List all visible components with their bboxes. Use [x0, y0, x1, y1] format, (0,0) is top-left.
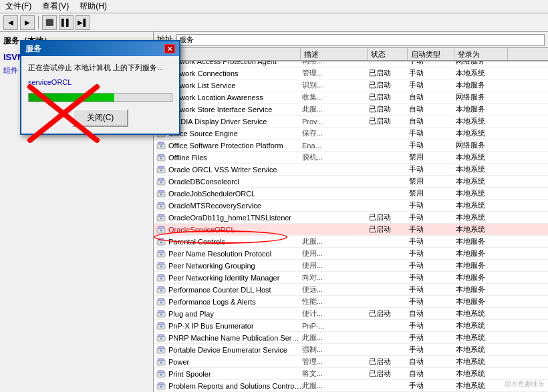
service-name: Performance Counter DLL Host	[168, 286, 302, 294]
service-icon	[156, 188, 166, 199]
table-row[interactable]: PNRP Machine Name Publication Service此服.…	[154, 332, 548, 344]
service-startup: 自动	[409, 104, 456, 114]
table-row[interactable]: Network List Service识别...已启动手动本地服务	[154, 79, 548, 91]
menu-bar: 文件(F) 查看(V) 帮助(H)	[0, 0, 548, 13]
service-desc: 保存...	[302, 128, 369, 138]
col-header-status[interactable]: 状态	[368, 48, 408, 60]
service-startup: 手动	[409, 61, 456, 66]
table-row[interactable]: Parental Controls此服...手动本地服务	[154, 236, 548, 248]
dialog-close-btn[interactable]: 关闭(C)	[72, 109, 129, 127]
service-startup: 手动	[409, 272, 456, 282]
table-row[interactable]: PnP-X IP Bus EnumeratorPnP-...手动本地系统	[154, 320, 548, 332]
svg-rect-64	[158, 311, 164, 313]
table-row[interactable]: Network Access Protection Agent网络...手动网络…	[154, 61, 548, 67]
table-row[interactable]: Office Source Engine保存...手动本地系统	[154, 128, 548, 140]
col-header-login[interactable]: 登录为	[454, 48, 508, 60]
toolbar-sep1	[38, 16, 39, 29]
service-startup: 手动	[409, 321, 456, 331]
table-row[interactable]: Plug and Play使计...已启动自动本地系统	[154, 308, 548, 320]
service-icon	[156, 381, 166, 391]
services-list[interactable]: Network Access Protection Agent网络...手动网络…	[154, 61, 548, 392]
table-row[interactable]: Performance Counter DLL Host使远...手动本地服务	[154, 284, 548, 296]
table-row[interactable]: Power管理...已启动自动本地系统	[154, 356, 548, 368]
toolbar-play[interactable]: ▶▌	[76, 15, 90, 30]
table-row[interactable]: Problem Reports and Solutions Control Pa…	[154, 380, 548, 392]
service-startup: 手动	[409, 248, 456, 258]
table-row[interactable]: Print Spooler将文...已启动自动本地系统	[154, 368, 548, 380]
col-header-startup[interactable]: 启动类型	[408, 48, 454, 60]
menu-file[interactable]: 文件(F)	[3, 1, 33, 12]
service-login: 本地服务	[456, 260, 509, 270]
svg-rect-79	[158, 371, 164, 373]
service-name: Oracle ORCL VSS Writer Service	[168, 166, 302, 174]
table-row[interactable]: Oracle ORCL VSS Writer Service手动本地系统	[154, 164, 548, 176]
service-startup: 自动	[409, 309, 456, 319]
svg-point-35	[160, 193, 162, 195]
service-login: 本地系统	[456, 152, 509, 162]
toolbar-back[interactable]: ◀	[3, 15, 18, 30]
service-login: 本地服务	[456, 236, 509, 246]
table-row[interactable]: OracleMTSRecoveryService手动本地系统	[154, 200, 548, 212]
service-icon	[156, 345, 166, 355]
table-row[interactable]: Performance Logs & Alerts性能...手动本地服务	[154, 296, 548, 308]
service-startup: 手动	[409, 212, 456, 222]
col-header-desc[interactable]: 描述	[301, 48, 368, 60]
service-login: 网络服务	[456, 61, 509, 66]
service-icon	[156, 224, 166, 235]
service-status: 已启动	[369, 92, 409, 102]
service-desc: Ena...	[302, 142, 369, 150]
service-name: NVIDIA Display Driver Service	[168, 118, 302, 126]
service-icon	[156, 164, 166, 175]
menu-view[interactable]: 查看(V)	[40, 1, 71, 12]
table-row[interactable]: Network Location Awareness收集...已启动自动网络服务	[154, 91, 548, 104]
service-name: PNRP Machine Name Publication Service	[168, 334, 302, 342]
table-row[interactable]: OracleOraDb11g_home1TNSListener已启动手动本地系统	[154, 212, 548, 224]
service-desc: 此服...	[302, 381, 369, 391]
service-desc: 管理...	[302, 357, 369, 367]
service-name: Parental Controls	[168, 238, 302, 246]
svg-point-53	[160, 265, 162, 267]
svg-rect-82	[158, 383, 164, 385]
service-status: 已启动	[369, 224, 409, 234]
toolbar-forward[interactable]: ▶	[20, 15, 35, 30]
table-row[interactable]: Network Store Interface Service此服...已启动自…	[154, 104, 548, 116]
table-row[interactable]: Office Software Protection PlatformEna..…	[154, 140, 548, 152]
service-startup: 手动	[409, 68, 456, 78]
svg-rect-67	[158, 323, 164, 325]
service-name: Network Store Interface Service	[168, 106, 302, 114]
address-input[interactable]	[176, 34, 545, 46]
service-desc: 脱机...	[302, 152, 369, 162]
service-login: 本地系统	[456, 309, 509, 319]
service-name: Peer Name Resolution Protocol	[168, 250, 302, 258]
table-row[interactable]: OracleServiceORCL已启动手动本地系统	[154, 224, 548, 236]
service-name: Portable Device Enumerator Service	[168, 346, 302, 354]
toolbar-stop[interactable]: ⬛	[42, 15, 57, 30]
service-startup: 手动	[409, 345, 456, 355]
service-icon	[156, 236, 166, 247]
table-row[interactable]: Network Connections管理...已启动手动本地系统	[154, 67, 548, 79]
table-row[interactable]: NVIDIA Display Driver ServiceProv...已启动自…	[154, 116, 548, 128]
menu-help[interactable]: 帮助(H)	[78, 1, 109, 12]
table-row[interactable]: Peer Networking Identity Manager向对...手动本…	[154, 272, 548, 284]
svg-rect-70	[158, 335, 164, 337]
svg-rect-25	[158, 154, 164, 156]
table-row[interactable]: Peer Name Resolution Protocol使用...手动本地服务	[154, 248, 548, 260]
service-startup: 手动	[409, 140, 456, 150]
table-row[interactable]: Peer Networking Grouping使用...手动本地服务	[154, 260, 548, 272]
dialog-close-button[interactable]: ✕	[164, 44, 175, 53]
progress-bar	[28, 93, 172, 102]
svg-rect-55	[158, 274, 164, 276]
service-startup: 手动	[409, 224, 456, 234]
service-status: 已启动	[369, 116, 409, 126]
table-row[interactable]: OracleDBConsoleorcl禁用本地系统	[154, 176, 548, 188]
service-login: 本地系统	[456, 381, 509, 391]
table-row[interactable]: OracleJobSchedulerORCL禁用本地系统	[154, 188, 548, 200]
table-row[interactable]: Portable Device Enumerator Service强制...手…	[154, 344, 548, 356]
table-row[interactable]: Offline Files脱机...禁用本地系统	[154, 152, 548, 164]
svg-rect-40	[158, 214, 164, 216]
dialog: 服务 ✕ 正在尝试停止 本地计算机 上的下列服务... serviceORCL …	[20, 40, 180, 135]
toolbar-pause[interactable]: ▌▌	[59, 15, 74, 30]
service-desc: 管理...	[302, 68, 369, 78]
service-login: 本地系统	[456, 224, 509, 234]
service-startup: 手动	[409, 333, 456, 343]
